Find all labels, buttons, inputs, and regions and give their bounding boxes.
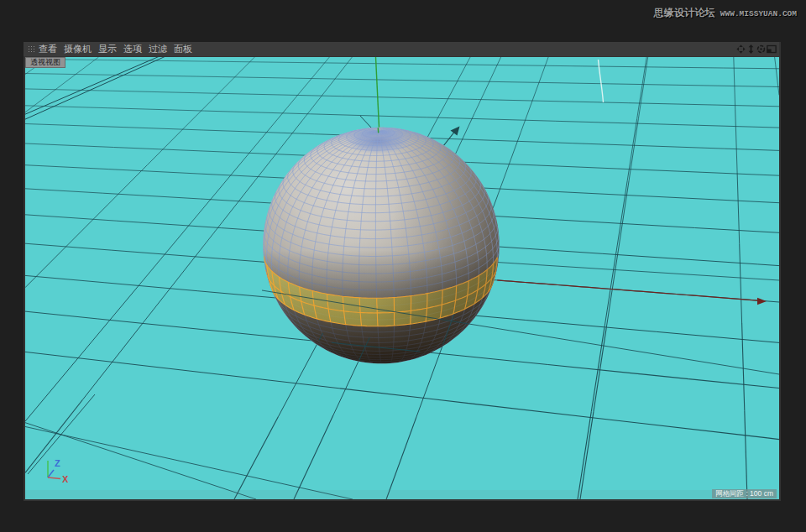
svg-text:X: X <box>62 474 69 484</box>
svg-text:Z: Z <box>55 458 60 468</box>
